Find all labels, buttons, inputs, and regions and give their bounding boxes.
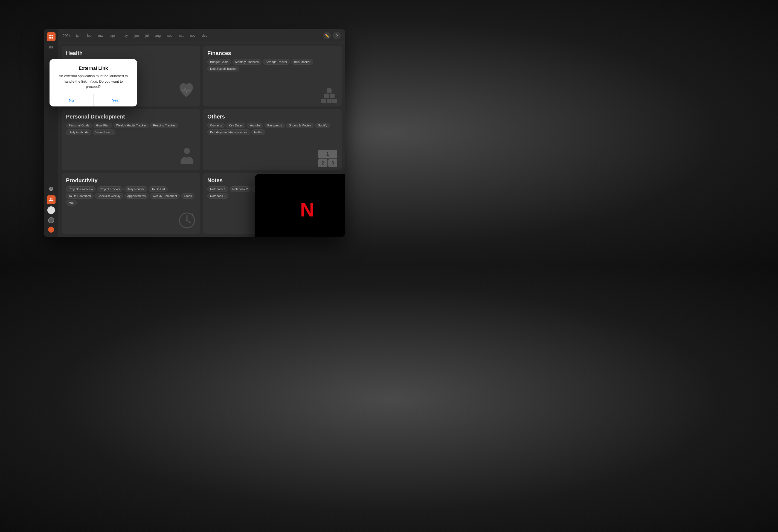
dialog-title: External Link [56, 66, 131, 71]
nav-may[interactable]: may [120, 33, 130, 38]
app-window: 2024 jan feb mar apr may jun jul aug sep… [44, 29, 345, 237]
nav-oct[interactable]: oct [177, 33, 186, 38]
finances-tags: Budget Goals Monthly Finances Savings Tr… [207, 59, 337, 71]
svg-point-7 [186, 220, 188, 221]
external-link-dialog: External Link An external application mu… [50, 59, 137, 106]
nav-jan[interactable]: jan [74, 33, 83, 38]
netflix-logo: N [300, 199, 313, 221]
tag-savings-tracker[interactable]: Savings Tracker [263, 59, 290, 65]
svg-point-4 [184, 148, 190, 154]
tag-monthly-finances[interactable]: Monthly Finances [233, 59, 261, 65]
tag-youtube[interactable]: Youtube [247, 123, 263, 128]
svg-rect-1 [52, 35, 53, 36]
tag-netflix[interactable]: Netflix [251, 130, 265, 135]
tag-weekly-habits[interactable]: Weekly Habits Tracker [113, 123, 149, 128]
personal-dev-title: Personal Development [66, 113, 196, 120]
sidebar-avatar [47, 206, 55, 214]
netflix-overlay: N [255, 174, 345, 237]
nav-year: 2024 [63, 34, 71, 38]
tag-budget-goals[interactable]: Budget Goals [207, 59, 231, 65]
productivity-card: Productivity Projects Overview Project T… [62, 173, 200, 234]
finances-icon [321, 88, 337, 103]
dialog-yes-button[interactable]: Yes [93, 94, 137, 106]
nav-nov[interactable]: nov [188, 33, 198, 38]
sidebar-circle-small-1 [48, 217, 54, 223]
finances-card: Finances Budget Goals Monthly Finances S… [203, 46, 342, 106]
dialog-message: An external application must be launched… [56, 73, 131, 89]
health-icon [177, 81, 196, 103]
dialog-buttons: No Yes [50, 94, 137, 106]
nav-jun[interactable]: jun [132, 33, 141, 38]
sidebar-circle-small-2 [48, 227, 54, 233]
dialog-no-button[interactable]: No [50, 94, 93, 106]
svg-rect-5 [185, 157, 189, 158]
clock-icon [178, 212, 196, 230]
edit-icon[interactable]: ✏️ [323, 32, 331, 40]
nav-feb[interactable]: feb [85, 33, 94, 38]
dialog-body: External Link An external application mu… [50, 59, 137, 94]
tag-passwords[interactable]: Passwords [264, 123, 285, 128]
others-title: Others [207, 113, 337, 120]
nav-aug[interactable]: aug [153, 33, 163, 38]
tag-shows-movies[interactable]: Shows & Movies [286, 123, 314, 128]
numbers-icon: 1 2 3 [318, 150, 337, 167]
tag-goal-plan[interactable]: Goal Plan [93, 123, 112, 128]
productivity-tags: Projects Overview Project Tracker Daily … [66, 186, 196, 206]
sidebar-icon-grid[interactable] [47, 43, 56, 52]
health-title: Health [66, 50, 196, 56]
tag-daily-routine[interactable]: Daily Routine [124, 186, 147, 192]
tag-reading-tracker[interactable]: Reading Tracker [150, 123, 178, 128]
tag-notebook-6[interactable]: Notebook 6 [207, 193, 228, 199]
sidebar-icon-home[interactable] [47, 32, 56, 41]
person-icon [178, 147, 196, 167]
nav-dec[interactable]: dec [200, 33, 209, 38]
tag-notebook-1[interactable]: Notebook 1 [207, 186, 228, 192]
tag-notebook-2[interactable]: Notebook 2 [230, 186, 250, 192]
tag-project-tracker[interactable]: Project Tracker [97, 186, 123, 192]
personal-dev-card: Personal Development Personal Goals Goal… [62, 109, 200, 170]
sidebar-icon-users[interactable] [47, 196, 56, 204]
svg-rect-0 [49, 35, 51, 36]
tag-checklist-weekly[interactable]: Checklist Weekly [95, 193, 124, 199]
others-tags: Contacts Key Dates Youtube Passwords Sho… [207, 123, 337, 135]
others-card: Others Contacts Key Dates Youtube Passwo… [203, 109, 342, 170]
tag-debt-payoff[interactable]: Debt Payoff Tracker [207, 66, 239, 71]
sidebar-icon-clock[interactable] [47, 184, 56, 193]
tag-bills-tracker[interactable]: Bills Tracker [291, 59, 313, 65]
nav-jul[interactable]: jul [143, 33, 151, 38]
nav-apr[interactable]: apr [108, 33, 117, 38]
tag-todo-list[interactable]: To Do List [149, 186, 168, 192]
help-icon[interactable]: ? [333, 32, 340, 40]
tag-todo-prioritized[interactable]: To Do Prioritized [66, 193, 93, 199]
top-nav: 2024 jan feb mar apr may jun jul aug sep… [58, 29, 345, 43]
tag-key-dates[interactable]: Key Dates [226, 123, 245, 128]
tag-gmail[interactable]: Gmail [181, 193, 194, 199]
personal-dev-tags: Personal Goals Goal Plan Weekly Habits T… [66, 123, 196, 135]
tag-mail[interactable]: Mail [66, 200, 77, 206]
finances-title: Finances [207, 50, 337, 56]
tag-personal-goals[interactable]: Personal Goals [66, 123, 92, 128]
tag-weekly-timesheet[interactable]: Weekly Timesheet [150, 193, 180, 199]
productivity-title: Productivity [66, 177, 196, 183]
tag-contacts[interactable]: Contacts [207, 123, 225, 128]
tag-appointments[interactable]: Appointments [125, 193, 148, 199]
tag-vision-board[interactable]: Vision Board [93, 130, 115, 135]
tag-projects-overview[interactable]: Projects Overview [66, 186, 96, 192]
nav-sep[interactable]: sep [165, 33, 174, 38]
tag-daily-gratitude[interactable]: Daily Gratitude [66, 130, 91, 135]
svg-rect-2 [49, 37, 51, 39]
tag-spotify[interactable]: Spotify [315, 123, 330, 128]
tag-birthdays[interactable]: Birthdays and Anniversaries [207, 130, 250, 135]
nav-mar[interactable]: mar [96, 33, 106, 38]
svg-rect-3 [52, 37, 53, 39]
